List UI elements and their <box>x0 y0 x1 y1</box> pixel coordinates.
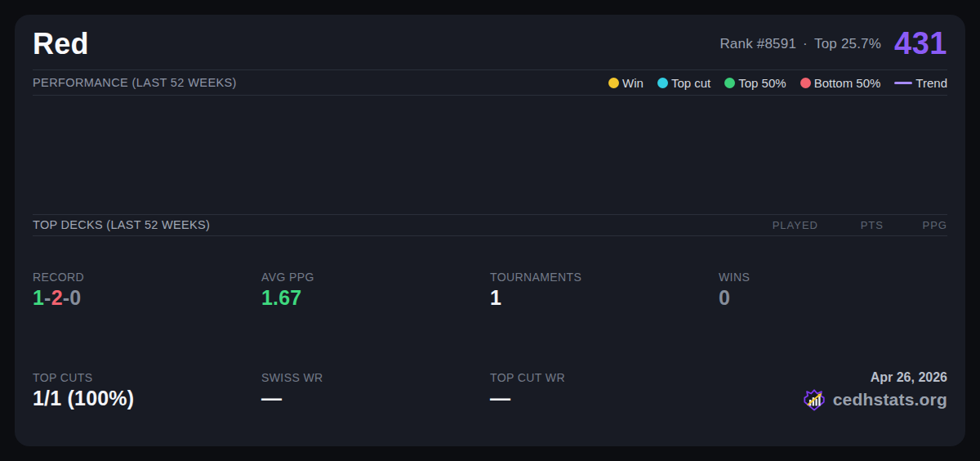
page-background: Red Rank #8591 · Top 25.7% 431 PERFORMAN… <box>0 0 980 461</box>
stat-top-cut-wr-label: TOP CUT WR <box>490 371 719 384</box>
brand-lockup: cedhstats.org <box>802 387 947 412</box>
stat-record-label: RECORD <box>33 271 261 284</box>
card-header: Red Rank #8591 · Top 25.7% 431 <box>33 15 947 70</box>
stat-top-cuts-label: TOP CUTS <box>33 371 261 384</box>
rank-block: Rank #8591 · Top 25.7% 431 <box>719 26 947 61</box>
top-decks-section-header: TOP DECKS (LAST 52 WEEKS) PLAYED PTS PPG <box>33 214 947 236</box>
legend-label-win: Win <box>622 76 644 90</box>
column-header-played: PLAYED <box>740 219 818 231</box>
legend-item-win: Win <box>608 76 644 90</box>
column-header-pts: PTS <box>818 219 884 231</box>
legend-item-top-cut: Top cut <box>657 76 710 90</box>
stat-top-cuts: TOP CUTS 1/1 (100%) <box>33 341 261 441</box>
generated-date: Apr 26, 2026 <box>871 370 947 385</box>
legend-label-top-50: Top 50% <box>738 76 786 90</box>
record-losses: 2 <box>51 286 63 309</box>
stat-wins: WINS 0 <box>719 240 947 341</box>
top-decks-section-title: TOP DECKS (LAST 52 WEEKS) <box>33 218 210 231</box>
commander-stats-card: Red Rank #8591 · Top 25.7% 431 PERFORMAN… <box>15 15 965 446</box>
stat-top-cut-wr: TOP CUT WR — <box>490 341 719 441</box>
dot-separator: · <box>803 36 808 52</box>
brand-name: cedhstats.org <box>833 390 947 410</box>
elo-rating: 431 <box>894 26 947 61</box>
record-separator-1: - <box>44 286 51 309</box>
stat-tournaments: TOURNAMENTS 1 <box>490 240 719 341</box>
legend-label-bottom-50: Bottom 50% <box>814 76 881 90</box>
stats-grid: RECORD 1-2-0 AVG PPG 1.67 TOURNAMENTS 1 … <box>33 236 947 447</box>
stat-tournaments-value: 1 <box>490 286 719 310</box>
stat-wins-value: 0 <box>719 286 947 310</box>
stat-avg-ppg-value: 1.67 <box>261 286 490 310</box>
stat-wins-label: WINS <box>719 271 947 284</box>
performance-section-header: PERFORMANCE (LAST 52 WEEKS) Win Top cut … <box>33 70 947 96</box>
rank-number: Rank #8591 <box>719 36 796 52</box>
column-header-ppg: PPG <box>884 219 947 231</box>
stat-record: RECORD 1-2-0 <box>33 240 261 341</box>
trend-line-icon <box>894 82 912 84</box>
stat-swiss-wr-label: SWISS WR <box>261 371 490 384</box>
top-decks-column-headers: PLAYED PTS PPG <box>740 219 947 231</box>
win-dot-icon <box>608 78 619 88</box>
stat-top-cut-wr-value: — <box>490 387 719 410</box>
stat-top-cuts-value: 1/1 (100%) <box>33 387 261 410</box>
page-title: Red <box>33 27 89 61</box>
record-draws: 0 <box>69 286 81 309</box>
footer-branding: Apr 26, 2026 cedhstats.org <box>719 341 947 441</box>
legend-item-trend: Trend <box>894 76 947 90</box>
stat-swiss-wr-value: — <box>261 387 490 410</box>
stat-avg-ppg: AVG PPG 1.67 <box>261 240 490 341</box>
legend-item-top-50: Top 50% <box>724 76 786 90</box>
cedhstats-logo-icon <box>802 387 826 412</box>
chart-legend: Win Top cut Top 50% Bottom 50% Trend <box>608 76 947 90</box>
top-50-dot-icon <box>724 78 735 88</box>
legend-item-bottom-50: Bottom 50% <box>800 76 881 90</box>
rank-text: Rank #8591 · Top 25.7% <box>719 36 881 52</box>
performance-chart-area <box>33 96 947 214</box>
bottom-50-dot-icon <box>800 78 811 88</box>
top-percent: Top 25.7% <box>814 36 881 52</box>
stat-swiss-wr: SWISS WR — <box>261 341 490 441</box>
legend-label-trend: Trend <box>915 76 947 90</box>
stat-record-value: 1-2-0 <box>33 286 261 310</box>
legend-label-top-cut: Top cut <box>671 76 710 90</box>
performance-section-title: PERFORMANCE (LAST 52 WEEKS) <box>33 76 237 89</box>
stat-avg-ppg-label: AVG PPG <box>261 271 490 284</box>
top-cut-dot-icon <box>657 78 668 88</box>
record-wins: 1 <box>33 286 44 309</box>
record-separator-2: - <box>63 286 70 309</box>
stat-tournaments-label: TOURNAMENTS <box>490 271 719 284</box>
